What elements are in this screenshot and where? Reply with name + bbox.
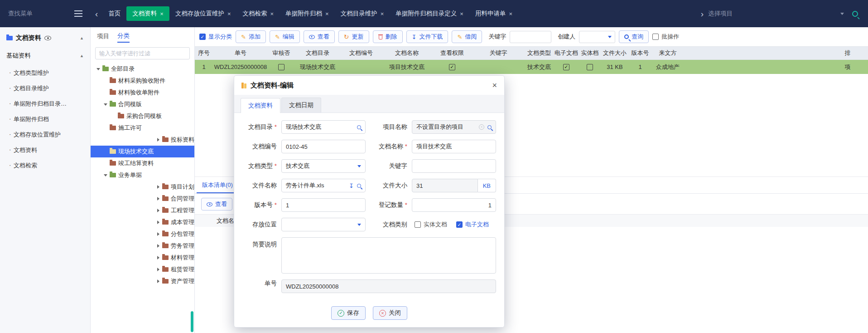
checkbox-icon[interactable] (278, 64, 285, 70)
close-button[interactable]: 关闭 (373, 306, 407, 320)
tree-node[interactable]: 竣工结算资料 (91, 157, 194, 169)
sidebar-section-basic[interactable]: 基础资料 (0, 47, 90, 64)
keyword-input[interactable] (412, 159, 496, 173)
eye-icon[interactable] (44, 36, 51, 40)
chevron-right-icon[interactable] (155, 196, 161, 202)
version-input[interactable] (281, 198, 366, 212)
file-name-field[interactable]: 劳务计件单.xls (281, 179, 366, 192)
tree-node[interactable]: 成本管理 (91, 216, 194, 228)
column-header[interactable]: 排 (827, 49, 868, 57)
close-icon[interactable] (460, 11, 463, 17)
nav-tab-archive-catalog-def[interactable]: 单据附件归档目录定义 (390, 6, 469, 21)
tree-node[interactable]: 材料验收单附件 (91, 87, 194, 98)
hamburger-menu-icon[interactable] (74, 13, 82, 14)
close-icon[interactable] (381, 11, 384, 17)
search-icon[interactable] (357, 125, 361, 129)
column-header[interactable]: 文档类型 (525, 49, 554, 57)
tree-node[interactable]: 材料采购验收附件 (91, 75, 194, 87)
nav-tab-docs[interactable]: 文档资料 (126, 6, 169, 21)
add-button[interactable]: 添加 (236, 30, 266, 43)
tree-node[interactable]: 投标资料 (91, 134, 194, 146)
column-header[interactable]: 实体档 (579, 49, 601, 57)
sidebar-item-attach-archive[interactable]: 单据附件归档 (0, 112, 90, 127)
checkbox-icon[interactable] (415, 221, 421, 228)
sidebar-item-doc-catalog-maint[interactable]: 文档目录维护 (0, 81, 90, 96)
table-row-selected[interactable]: 1 WDZL20250000008 现场技术交底 项目技术交底 技术交底 31 … (195, 60, 868, 74)
column-header[interactable]: 来文方 (651, 49, 684, 57)
view-button[interactable]: 查看 (304, 30, 335, 43)
nav-tab-doc-search[interactable]: 文档检索 (237, 6, 280, 21)
checkbox-icon[interactable] (587, 64, 593, 70)
tree-node[interactable]: 施工许可 (91, 122, 194, 134)
nav-tab-attach-archive[interactable]: 单据附件归档 (280, 6, 335, 21)
tree-node-selected[interactable]: 现场技术交底 (91, 146, 194, 157)
column-header[interactable]: 审核否 (268, 49, 294, 57)
tab-project[interactable]: 项目 (97, 32, 109, 42)
tab-version-list[interactable]: 版本清单(0) (197, 177, 238, 193)
doc-type-select[interactable]: 技术交底 (281, 159, 366, 173)
column-header[interactable]: 文档名称 (381, 49, 432, 57)
close-icon[interactable] (227, 11, 231, 17)
batch-operation-checkbox[interactable]: 批操作 (652, 33, 679, 41)
tree-node[interactable]: 合同管理 (91, 193, 194, 205)
show-category-checkbox[interactable]: 显示分类 (199, 33, 232, 41)
register-qty-input[interactable] (412, 198, 496, 212)
scrollbar-thumb[interactable] (191, 311, 193, 332)
sidebar-item-doc-data[interactable]: 文档资料 (0, 142, 90, 158)
search-icon[interactable] (487, 125, 492, 129)
delete-button[interactable]: 删除 (373, 30, 403, 43)
chevron-right-icon[interactable] (155, 231, 161, 237)
chevron-down-icon[interactable] (102, 172, 109, 178)
search-icon[interactable] (852, 11, 858, 17)
tree-node[interactable]: 合同模版 (91, 98, 194, 110)
doc-code-input[interactable] (281, 140, 366, 153)
edit-button[interactable]: 编辑 (270, 30, 300, 43)
download-icon[interactable] (349, 183, 354, 189)
checkbox-icon[interactable] (563, 64, 569, 70)
chevron-right-icon[interactable] (155, 255, 161, 261)
tree-node[interactable]: 全部目录 (91, 63, 194, 75)
column-header[interactable]: 单号 (213, 49, 268, 57)
close-icon[interactable] (509, 11, 512, 17)
sidebar-item-doc-type-maint[interactable]: 文档类型维护 (0, 65, 90, 81)
tree-node[interactable]: 分包管理 (91, 228, 194, 240)
nav-tab-doc-location[interactable]: 文档存放位置维护 (169, 6, 237, 21)
chevron-up-icon[interactable] (80, 54, 84, 58)
column-header[interactable]: 文档编号 (341, 49, 381, 57)
creator-select[interactable] (579, 31, 615, 43)
nav-tab-home[interactable]: 首页 (102, 6, 126, 21)
tree-node[interactable]: 工程管理 (91, 205, 194, 216)
brief-textarea[interactable] (281, 237, 496, 274)
clear-icon[interactable] (479, 124, 484, 130)
tab-scroll-right-icon[interactable] (696, 10, 708, 18)
chevron-right-icon[interactable] (155, 184, 161, 190)
chevron-right-icon[interactable] (155, 278, 161, 284)
tree-filter-input[interactable] (95, 47, 190, 59)
tree-node[interactable]: 材料管理 (91, 252, 194, 264)
chevron-right-icon[interactable] (155, 243, 161, 249)
tree-node[interactable]: 业务单据 (91, 169, 194, 181)
column-header[interactable]: 序号 (195, 49, 213, 57)
electronic-doc-checkbox[interactable]: 电子文档 (456, 220, 489, 229)
sidebar-header[interactable]: 文档资料 (0, 28, 90, 47)
tree-node[interactable]: 资产管理 (91, 275, 194, 287)
chevron-down-icon[interactable] (95, 66, 101, 72)
keyword-input[interactable] (510, 31, 551, 43)
tab-scroll-left-icon[interactable] (91, 10, 102, 18)
chevron-right-icon[interactable] (155, 266, 161, 273)
checkbox-icon[interactable] (449, 64, 455, 70)
tree-node[interactable]: 劳务管理 (91, 240, 194, 252)
file-download-button[interactable]: 文件下载 (406, 30, 448, 43)
search-icon[interactable] (357, 184, 361, 188)
column-header[interactable]: 版本号 (629, 49, 651, 57)
save-button[interactable]: 保存 (331, 306, 366, 320)
doc-catalog-field[interactable]: 现场技术交底 (281, 120, 366, 134)
menu-search-box[interactable]: 查找菜单 (0, 0, 91, 27)
close-icon[interactable] (270, 11, 274, 17)
doc-name-input[interactable] (412, 140, 496, 153)
tab-doc-data[interactable]: 文档资料 (241, 98, 280, 113)
tab-category[interactable]: 分类 (117, 32, 130, 43)
detail-view-button[interactable]: 查看 (201, 198, 232, 211)
checkbox-icon[interactable] (456, 221, 463, 228)
project-name-field[interactable]: 不设置目录的项目 (412, 120, 496, 134)
